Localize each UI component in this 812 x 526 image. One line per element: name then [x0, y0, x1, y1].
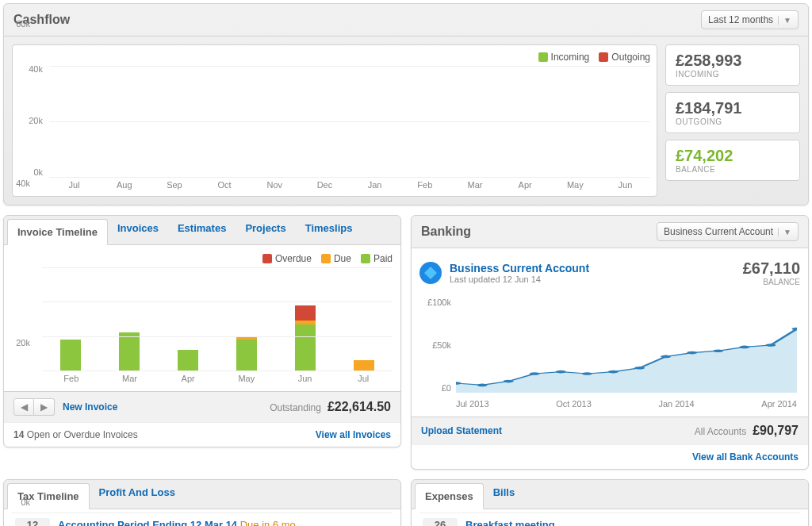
account-updated: Last updated 12 Jun 14: [450, 275, 589, 284]
legend-swatch-overdue: [262, 254, 272, 263]
invoices-tabs: Invoice TimelineInvoicesEstimatesProject…: [4, 216, 400, 245]
cashflow-x-axis: JulAugSepOctNovDecJanFebMarAprMayJun: [49, 180, 650, 190]
tab-bills[interactable]: Bills: [484, 480, 524, 509]
svg-point-13: [792, 328, 797, 331]
cashflow-range-label: Last 12 months: [708, 14, 773, 25]
tab-estimates[interactable]: Estimates: [168, 216, 236, 244]
tab-profit-and-loss[interactable]: Profit And Loss: [90, 480, 185, 509]
svg-point-5: [582, 372, 592, 375]
legend-swatch-paid: [361, 254, 370, 263]
all-accounts-value: £90,797: [753, 424, 799, 438]
svg-point-12: [765, 344, 776, 347]
chevron-down-icon: ▼: [778, 16, 791, 25]
svg-point-3: [530, 372, 540, 375]
banking-panel: Banking Business Current Account ▼ Busin…: [411, 215, 809, 470]
tab-timeslips[interactable]: Timeslips: [296, 216, 362, 244]
svg-point-2: [504, 380, 514, 383]
tax-tabs: Tax TimelineProfit And Loss: [4, 480, 400, 509]
cashflow-totals: £258,993 INCOMING £184,791 OUTGOING £74,…: [665, 44, 800, 197]
invoice-x-axis: FebMarAprMayJunJul: [42, 374, 393, 383]
cashflow-panel: Cashflow Last 12 months ▼ Incoming Outgo…: [3, 3, 809, 205]
svg-point-1: [477, 384, 488, 387]
svg-point-4: [556, 371, 566, 374]
bank-logo-icon: [419, 262, 442, 284]
svg-point-8: [661, 355, 671, 359]
invoices-footer: ◀ ▶ New Invoice Outstanding £22,614.50: [4, 391, 400, 422]
cashflow-bars: [49, 66, 650, 177]
total-balance: £74,202 BALANCE: [665, 140, 800, 181]
expense-item[interactable]: 26MARBreakfast meetingAccommodation and …: [419, 513, 800, 526]
expenses-tabs: ExpensesBills: [412, 480, 808, 509]
cashflow-header: Cashflow Last 12 months ▼: [4, 4, 808, 36]
account-balance: £67,110: [743, 259, 800, 278]
svg-point-10: [713, 349, 723, 352]
view-all-invoices[interactable]: View all Invoices: [316, 429, 391, 440]
invoices-panel: Invoice TimelineInvoicesEstimatesProject…: [3, 215, 401, 447]
next-button[interactable]: ▶: [34, 398, 55, 416]
invoice-chart: Overdue Due Paid 60k40k20k0k FebMarAprMa…: [4, 245, 400, 391]
invoice-y-axis: 60k40k20k0k: [6, 19, 30, 507]
svg-point-7: [634, 367, 645, 370]
cashflow-range-select[interactable]: Last 12 months ▼: [701, 10, 799, 29]
invoice-bars: [42, 267, 393, 371]
legend-swatch-due: [321, 254, 331, 263]
total-outgoing: £184,791 OUTGOING: [665, 92, 800, 133]
chevron-down-icon: ▼: [778, 228, 791, 236]
svg-point-9: [687, 351, 697, 355]
view-all-bank-accounts[interactable]: View all Bank Accounts: [692, 451, 799, 463]
svg-point-11: [739, 346, 749, 349]
svg-point-6: [608, 371, 619, 374]
tab-invoices[interactable]: Invoices: [108, 216, 168, 244]
tax-panel: Tax TimelineProfit And Loss 12DEC 14Acco…: [3, 479, 401, 526]
banking-title: Banking: [421, 225, 471, 239]
open-invoices-text: 14 Open or Overdue Invoices: [13, 429, 138, 440]
new-invoice-button[interactable]: New Invoice: [63, 401, 117, 413]
tax-item[interactable]: 12DEC 14Accounting Period Ending 12 Mar …: [12, 513, 393, 526]
total-incoming: £258,993 INCOMING: [665, 44, 800, 86]
expenses-panel: ExpensesBills 26MARBreakfast meetingAcco…: [411, 479, 809, 526]
banking-account-select[interactable]: Business Current Account ▼: [657, 222, 799, 241]
legend-swatch-outgoing: [599, 52, 608, 62]
upload-statement-button[interactable]: Upload Statement: [421, 425, 502, 436]
tab-projects[interactable]: Projects: [236, 216, 295, 244]
cashflow-legend: Incoming Outgoing: [19, 52, 650, 66]
banking-chart: £100k£50k£0 Jul 2013Oct 2013Jan 2014Apr …: [419, 298, 800, 409]
cashflow-chart: Incoming Outgoing 40k20k0k JulAugSepOctN…: [12, 44, 657, 197]
account-name[interactable]: Business Current Account: [450, 262, 589, 275]
legend-swatch-incoming: [538, 52, 548, 62]
outstanding-value: £22,614.50: [327, 400, 391, 414]
tab-expenses[interactable]: Expenses: [415, 483, 484, 509]
